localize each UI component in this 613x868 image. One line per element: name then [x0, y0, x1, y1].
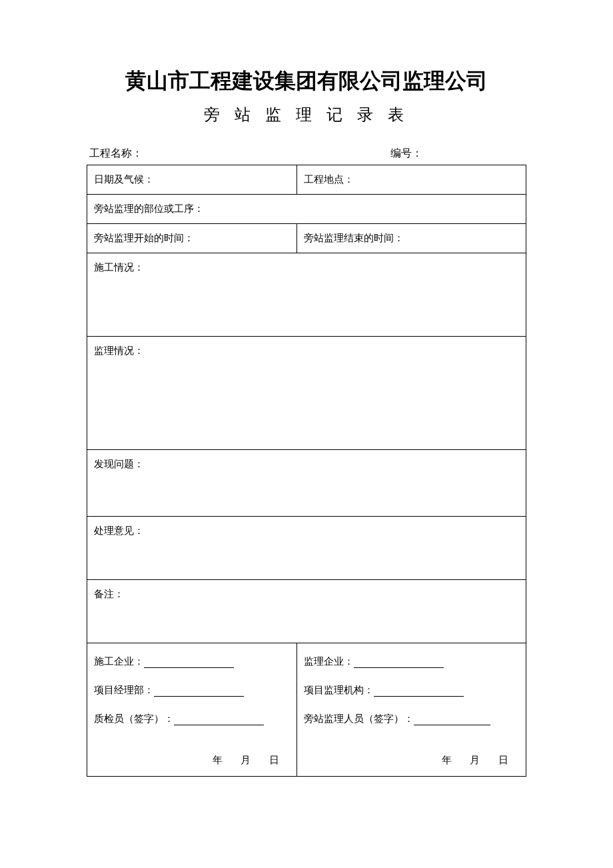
year-label: 年	[442, 755, 452, 765]
supervisor-sign-label: 旁站监理人员（签字）：	[304, 713, 414, 724]
supervision-enterprise-line: 监理企业：	[304, 655, 519, 668]
underline	[174, 725, 264, 725]
serial-label: 编号：	[390, 147, 524, 161]
inspector-label: 质检员（签字）：	[94, 713, 174, 724]
construction-enterprise-label: 施工企业：	[94, 656, 144, 667]
subtitle: 旁 站 监 理 记 录 表	[87, 104, 526, 125]
header-row: 工程名称： 编号：	[87, 147, 526, 161]
underline	[414, 725, 490, 725]
month-label: 月	[241, 755, 251, 765]
end-time-cell: 旁站监理结束的时间：	[297, 224, 526, 253]
handling-opinion-cell: 处理意见：	[87, 517, 526, 580]
record-table: 日期及气候： 工程地点： 旁站监理的部位或工序： 旁站监理开始的时间： 旁站监理…	[87, 165, 526, 777]
construction-enterprise-line: 施工企业：	[94, 655, 290, 668]
supervisor-sign-line: 旁站监理人员（签字）：	[304, 713, 519, 725]
project-location-cell: 工程地点：	[297, 165, 526, 195]
construction-status-cell: 施工情况：	[87, 253, 526, 337]
underline	[354, 667, 444, 668]
supervision-status-cell: 监理情况：	[87, 337, 526, 450]
left-date-row: 年 月 日	[205, 754, 288, 767]
supervision-org-label: 项目监理机构：	[304, 685, 374, 695]
construction-signature-cell: 施工企业： 项目经理部： 质检员（签字）： 年 月 日	[87, 643, 297, 777]
supervision-org-line: 项目监理机构：	[304, 684, 519, 697]
inspector-line: 质检员（签字）：	[94, 713, 290, 725]
supervision-part-cell: 旁站监理的部位或工序：	[87, 195, 526, 224]
supervision-enterprise-label: 监理企业：	[304, 656, 354, 667]
start-time-cell: 旁站监理开始的时间：	[87, 224, 297, 253]
underline	[374, 696, 464, 697]
month-label: 月	[470, 755, 480, 765]
main-title: 黄山市工程建设集团有限公司监理公司	[87, 67, 526, 96]
project-dept-label: 项目经理部：	[94, 685, 154, 695]
date-weather-cell: 日期及气候：	[87, 165, 297, 195]
problems-found-cell: 发现问题：	[87, 450, 526, 517]
underline	[144, 667, 234, 668]
remarks-cell: 备注：	[87, 580, 526, 643]
project-dept-line: 项目经理部：	[94, 684, 290, 697]
day-label: 日	[269, 755, 279, 765]
project-name-label: 工程名称：	[89, 147, 390, 161]
day-label: 日	[498, 755, 508, 765]
supervision-signature-cell: 监理企业： 项目监理机构： 旁站监理人员（签字）： 年 月 日	[297, 643, 526, 777]
year-label: 年	[213, 755, 223, 765]
right-date-row: 年 月 日	[434, 754, 517, 767]
underline	[154, 696, 244, 697]
